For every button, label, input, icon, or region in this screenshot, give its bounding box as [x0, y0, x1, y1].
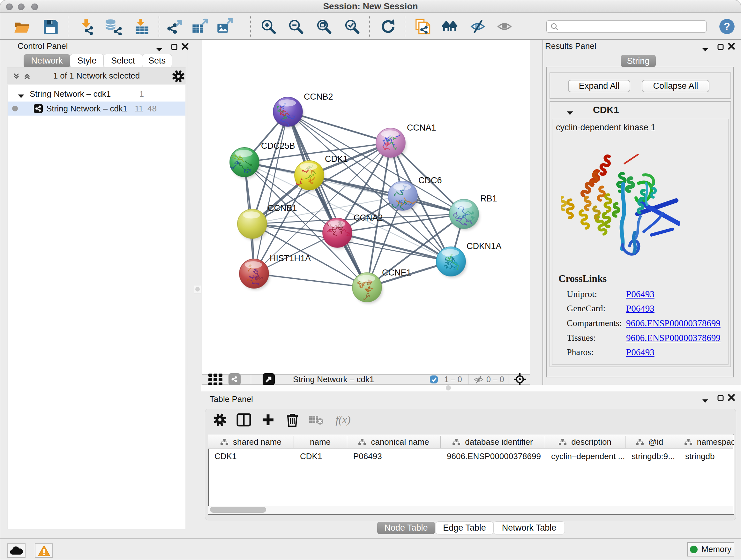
svg-text:CCNA1: CCNA1	[407, 123, 436, 132]
svg-text:RB1: RB1	[480, 194, 497, 203]
svg-text:CDKN1A: CDKN1A	[467, 241, 502, 251]
svg-text:HIST1H1A: HIST1H1A	[270, 253, 311, 263]
svg-text:CDC6: CDC6	[418, 176, 442, 185]
svg-text:CCNE1: CCNE1	[382, 268, 411, 277]
svg-text:CDC25B: CDC25B	[261, 141, 295, 151]
svg-text:CCNB1: CCNB1	[268, 203, 297, 213]
svg-text:CDK1: CDK1	[325, 154, 348, 164]
svg-text:CCNA2: CCNA2	[354, 213, 383, 223]
svg-text:CCNB2: CCNB2	[304, 92, 333, 102]
svg-text:?: ?	[724, 21, 730, 32]
